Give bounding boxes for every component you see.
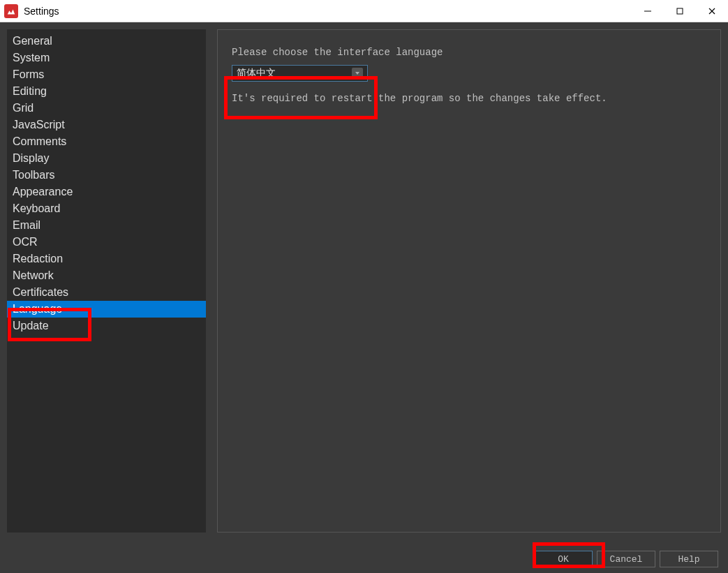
minimize-icon [644,7,652,15]
sidebar-item-comments[interactable]: Comments [7,133,206,150]
chevron-down-icon [355,70,360,76]
titlebar: Settings [0,0,728,22]
sidebar-item-system[interactable]: System [7,50,206,66]
titlebar-buttons [632,0,728,22]
sidebar-item-ocr[interactable]: OCR [7,234,206,251]
sidebar-item-update[interactable]: Update [7,318,206,334]
settings-content: Please choose the interface language 简体中… [217,29,721,533]
sidebar-item-general[interactable]: General [7,33,206,50]
window-title: Settings [24,6,59,17]
app-icon [4,4,18,18]
main-container: General System Forms Editing Grid JavaSc… [0,22,728,539]
dropdown-arrow-button [352,68,363,79]
sidebar-item-toolbars[interactable]: Toolbars [7,167,206,184]
close-button[interactable] [696,0,728,22]
cancel-button[interactable]: Cancel [597,551,655,567]
sidebar-item-language[interactable]: Language [7,301,206,318]
sidebar-item-email[interactable]: Email [7,217,206,234]
sidebar-item-grid[interactable]: Grid [7,100,206,117]
svg-rect-1 [677,8,683,14]
sidebar-item-network[interactable]: Network [7,267,206,284]
pdf-app-icon [6,6,16,16]
restart-message: It's required to restart the program so … [232,93,706,104]
sidebar-item-redaction[interactable]: Redaction [7,251,206,267]
titlebar-left: Settings [0,4,59,18]
footer-buttons: OK Cancel Help [534,551,718,567]
ok-button[interactable]: OK [534,551,593,567]
sidebar-item-editing[interactable]: Editing [7,83,206,100]
help-button[interactable]: Help [660,551,718,567]
maximize-button[interactable] [664,0,696,22]
sidebar-item-javascript[interactable]: JavaScript [7,117,206,133]
sidebar-item-certificates[interactable]: Certificates [7,284,206,301]
language-label: Please choose the interface language [232,47,706,58]
language-dropdown[interactable]: 简体中文 [232,65,368,82]
sidebar-item-display[interactable]: Display [7,150,206,167]
minimize-button[interactable] [632,0,664,22]
sidebar-item-forms[interactable]: Forms [7,66,206,83]
maximize-icon [676,7,684,15]
sidebar-item-keyboard[interactable]: Keyboard [7,200,206,217]
sidebar-item-appearance[interactable]: Appearance [7,184,206,200]
settings-sidebar: General System Forms Editing Grid JavaSc… [7,29,206,533]
dropdown-selected-value: 简体中文 [237,67,276,80]
close-icon [708,7,716,15]
